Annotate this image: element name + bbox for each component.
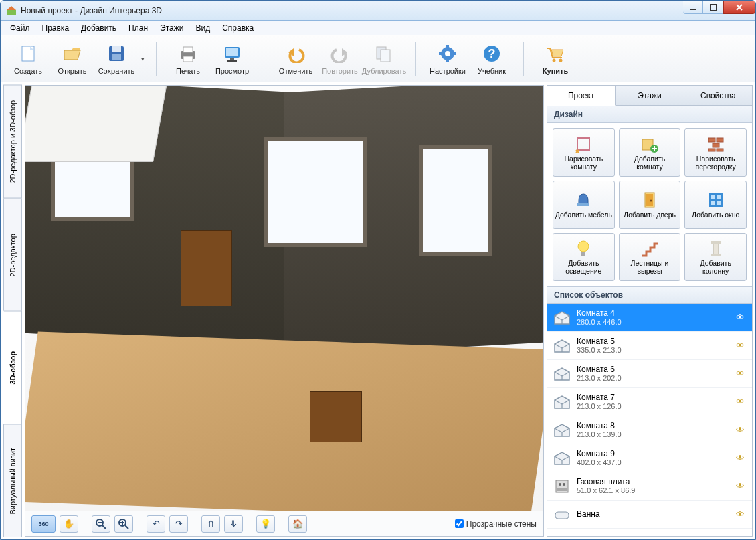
visibility-toggle-icon[interactable]: 👁 — [736, 341, 747, 351]
vtab-2d-3d-combo[interactable]: 2D-редактор и 3D-обзор — [3, 85, 22, 199]
menu-plan[interactable]: План — [123, 22, 153, 34]
svg-point-58 — [559, 483, 561, 486]
maximize-button[interactable] — [703, 1, 723, 14]
visibility-toggle-icon[interactable]: 👁 — [736, 425, 747, 435]
toolbar-save-button[interactable]: Сохранить — [94, 39, 138, 79]
object-row[interactable]: Комната 4280.0 x 446.0👁 — [547, 304, 752, 332]
object-list[interactable]: Комната 4280.0 x 446.0👁Комната 5335.0 x … — [547, 304, 752, 536]
transparent-walls-input[interactable] — [455, 519, 464, 528]
menu-help[interactable]: Справка — [217, 22, 259, 34]
minimize-button[interactable] — [683, 1, 703, 14]
toolbar-create-button[interactable]: Создать — [6, 39, 50, 79]
visibility-toggle-icon[interactable]: 👁 — [736, 369, 747, 379]
svg-rect-37 — [577, 138, 589, 150]
transparent-walls-checkbox[interactable]: Прозрачные стены — [455, 519, 537, 529]
app-window: Новый проект - Дизайн Интерьера 3D Файл … — [0, 0, 756, 540]
object-row[interactable]: Комната 6213.0 x 202.0👁 — [547, 360, 752, 388]
save-dropdown-arrow[interactable]: ▾ — [138, 56, 147, 62]
add-window-button[interactable]: Добавить окно — [684, 181, 747, 229]
svg-rect-40 — [708, 138, 715, 142]
brick-wall-icon — [706, 134, 725, 153]
object-row[interactable]: Комната 7213.0 x 126.0👁 — [547, 388, 752, 416]
add-door-button[interactable]: Добавить дверь — [619, 181, 681, 229]
objects-section-header: Список объектов — [547, 286, 752, 304]
visibility-toggle-icon[interactable]: 👁 — [736, 312, 747, 323]
titlebar: Новый проект - Дизайн Интерьера 3D — [1, 1, 755, 21]
svg-rect-61 — [555, 512, 569, 519]
tilt-up-button[interactable]: ⤊ — [201, 515, 220, 533]
visibility-toggle-icon[interactable]: 👁 — [736, 453, 747, 463]
visibility-toggle-icon[interactable]: 👁 — [736, 509, 747, 519]
lighting-button[interactable]: 💡 — [256, 515, 275, 533]
add-column-button[interactable]: Добавить колонну — [684, 233, 747, 281]
toolbar-settings-button[interactable]: Настройки — [426, 39, 470, 79]
gear-icon — [437, 43, 458, 64]
toolbar-redo-button[interactable]: Повторить — [318, 39, 362, 79]
menu-edit[interactable]: Правка — [37, 22, 75, 34]
visibility-toggle-icon[interactable]: 👁 — [736, 481, 747, 491]
new-file-icon — [17, 43, 39, 64]
svg-rect-42 — [713, 143, 719, 147]
svg-rect-19 — [381, 50, 390, 62]
orbit-360-button[interactable]: 360 — [31, 515, 56, 533]
zoom-out-button[interactable] — [92, 515, 110, 533]
tab-properties[interactable]: Свойства — [684, 86, 752, 106]
object-label: Газовая плита51.0 x 62.1 x 86.9 — [577, 477, 731, 496]
svg-rect-14 — [230, 58, 234, 60]
svg-marker-1 — [7, 6, 16, 10]
tab-floors[interactable]: Этажи — [616, 86, 684, 106]
object-name: Комната 5 — [577, 337, 731, 346]
pan-button[interactable]: ✋ — [60, 515, 78, 533]
toolbar-print-button[interactable]: Печать — [166, 39, 210, 79]
menu-floors[interactable]: Этажи — [155, 22, 189, 34]
svg-rect-13 — [226, 48, 238, 56]
rotate-left-button[interactable]: ↶ — [147, 515, 165, 533]
add-furniture-button[interactable]: Добавить мебель — [553, 181, 615, 229]
tab-project[interactable]: Проект — [547, 86, 616, 106]
tilt-down-button[interactable]: ⤋ — [224, 515, 243, 533]
toolbar-undo-button[interactable]: Отменить — [274, 39, 318, 79]
menu-add[interactable]: Добавить — [76, 22, 122, 34]
visibility-toggle-icon[interactable]: 👁 — [736, 397, 747, 407]
vtab-virtual-visit[interactable]: Виртуальный визит — [3, 424, 22, 537]
svg-rect-7 — [112, 46, 121, 52]
object-type-icon — [553, 478, 571, 494]
object-row[interactable]: Комната 5335.0 x 213.0👁 — [547, 332, 752, 360]
menu-view[interactable]: Вид — [190, 22, 215, 34]
toolbar: Создать Открыть Сохранить ▾ Печать Просм… — [1, 35, 755, 82]
svg-rect-8 — [112, 54, 121, 60]
toolbar-buy-button[interactable]: Купить — [533, 39, 577, 79]
add-room-button[interactable]: Добавить комнату — [619, 128, 681, 177]
draw-partition-button[interactable]: Нарисовать перегородку — [684, 128, 747, 177]
tilt-up-icon: ⤊ — [207, 519, 215, 529]
add-lighting-button[interactable]: Добавить освещение — [553, 233, 615, 281]
toolbar-duplicate-button[interactable]: Дублировать — [362, 39, 406, 79]
object-row[interactable]: Комната 9402.0 x 437.0👁 — [547, 444, 752, 472]
duplicate-icon — [373, 43, 395, 64]
object-dimensions: 213.0 x 139.0 — [577, 430, 731, 439]
toolbar-tutorial-button[interactable]: ? Учебник — [470, 39, 514, 79]
toolbar-preview-button[interactable]: Просмотр — [210, 39, 254, 79]
object-dimensions: 402.0 x 437.0 — [577, 458, 731, 467]
monitor-icon — [221, 43, 243, 64]
svg-line-34 — [125, 525, 128, 529]
object-row[interactable]: Газовая плита51.0 x 62.1 x 86.9👁 — [547, 472, 752, 501]
close-button[interactable] — [723, 1, 755, 14]
home-view-button[interactable]: 🏠 — [288, 515, 307, 533]
draw-room-button[interactable]: Нарисовать комнату — [553, 128, 615, 177]
object-dimensions: 335.0 x 213.0 — [577, 346, 731, 355]
3d-viewport[interactable] — [25, 86, 543, 511]
svg-rect-60 — [557, 488, 567, 491]
object-row[interactable]: Ванна👁 — [547, 501, 752, 529]
svg-text:?: ? — [488, 47, 496, 60]
rotate-right-button[interactable]: ↷ — [169, 515, 188, 533]
toolbar-separator — [264, 42, 264, 76]
vtab-2d-editor[interactable]: 2D-редактор — [3, 199, 22, 312]
stairs-cutouts-button[interactable]: Лестницы и вырезы — [619, 233, 681, 281]
hand-icon: ✋ — [64, 519, 74, 529]
zoom-in-button[interactable] — [114, 515, 133, 533]
vtab-3d-view[interactable]: 3D-обзор — [3, 311, 22, 424]
menu-file[interactable]: Файл — [5, 22, 35, 34]
toolbar-open-button[interactable]: Открыть — [50, 39, 94, 79]
object-row[interactable]: Комната 8213.0 x 139.0👁 — [547, 416, 752, 444]
